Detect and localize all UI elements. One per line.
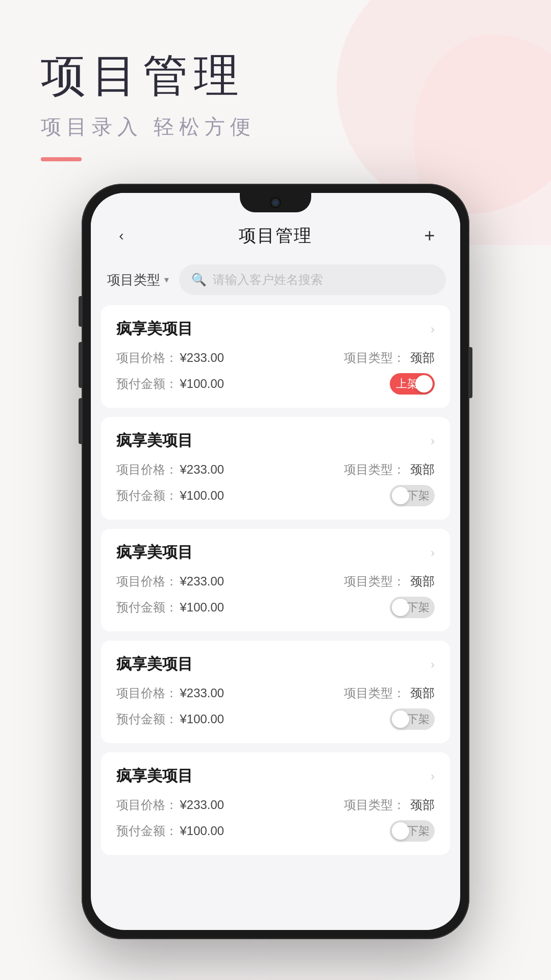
price-label: 项目价格： [116, 798, 178, 812]
toggle-wrap: 下架 [390, 820, 435, 842]
deposit-value: ¥100.00 [180, 712, 224, 726]
deposit-row: 预付金额： ¥100.00 下架 [116, 820, 435, 842]
deposit-info: 预付金额： ¥100.00 [116, 487, 224, 504]
price-value: ¥233.00 [180, 798, 224, 812]
search-icon: 🔍 [191, 273, 207, 287]
toggle-wrap: 上架 [390, 373, 435, 395]
type-label: 项目类型： [344, 797, 405, 813]
type-info: 项目类型： 颈部 [344, 685, 435, 701]
type-label: 项目类型： [344, 350, 405, 366]
card-header: 疯享美项目 › [116, 318, 435, 339]
phone-outer: ‹ 项目管理 + 项目类型 ▾ 🔍 请输入客户姓名搜索 [82, 184, 469, 939]
main-title: 项目管理 [41, 51, 256, 101]
card-detail-arrow-icon[interactable]: › [431, 769, 435, 783]
project-list: 疯享美项目 › 项目价格： ¥233.00 项目类型： 颈部 预付金额： ¥10… [91, 305, 460, 930]
type-value: 颈部 [410, 573, 435, 590]
card-header: 疯享美项目 › [116, 542, 435, 563]
type-info: 项目类型： 颈部 [344, 797, 435, 813]
toggle-knob [392, 487, 409, 504]
toggle-label: 下架 [407, 488, 430, 503]
search-input-wrap[interactable]: 🔍 请输入客户姓名搜索 [179, 264, 446, 295]
card-detail-arrow-icon[interactable]: › [431, 322, 435, 336]
deposit-row: 预付金额： ¥100.00 下架 [116, 485, 435, 506]
card-details: 项目价格： ¥233.00 项目类型： 颈部 预付金额： ¥100.00 下架 [116, 461, 435, 506]
power-button [469, 347, 472, 398]
status-toggle[interactable]: 上架 [390, 373, 435, 395]
volume-down-button [79, 398, 82, 444]
sub-title: 项目录入 轻松方便 [41, 113, 256, 141]
filter-label: 项目类型 [107, 271, 160, 289]
card-detail-arrow-icon[interactable]: › [431, 434, 435, 448]
deposit-label: 预付金额： [116, 488, 178, 502]
deposit-info: 预付金额： ¥100.00 [116, 823, 224, 839]
project-card: 疯享美项目 › 项目价格： ¥233.00 项目类型： 颈部 预付金额： ¥10… [101, 529, 450, 631]
add-icon: + [424, 225, 435, 247]
phone-mockup: ‹ 项目管理 + 项目类型 ▾ 🔍 请输入客户姓名搜索 [82, 184, 469, 939]
bg-circle1 [337, 0, 551, 214]
volume-up-button [79, 342, 82, 388]
deposit-label: 预付金额： [116, 377, 178, 390]
price-label: 项目价格： [116, 462, 178, 476]
project-card: 疯享美项目 › 项目价格： ¥233.00 项目类型： 颈部 预付金额： ¥10… [101, 752, 450, 855]
price-label: 项目价格： [116, 574, 178, 588]
status-toggle[interactable]: 下架 [390, 708, 435, 730]
deposit-row: 预付金额： ¥100.00 上架 [116, 373, 435, 395]
type-label: 项目类型： [344, 685, 405, 701]
back-icon: ‹ [119, 228, 123, 244]
card-details: 项目价格： ¥233.00 项目类型： 颈部 预付金额： ¥100.00 上架 [116, 350, 435, 395]
card-detail-arrow-icon[interactable]: › [431, 657, 435, 672]
price-info: 项目价格： ¥233.00 [116, 350, 224, 366]
type-value: 颈部 [410, 685, 435, 701]
search-placeholder: 请输入客户姓名搜索 [213, 272, 323, 288]
deposit-value: ¥100.00 [180, 488, 224, 502]
toggle-label: 下架 [407, 600, 430, 615]
back-button[interactable]: ‹ [109, 224, 134, 248]
card-detail-arrow-icon[interactable]: › [431, 546, 435, 560]
card-details: 项目价格： ¥233.00 项目类型： 颈部 预付金额： ¥100.00 下架 [116, 573, 435, 618]
price-row: 项目价格： ¥233.00 项目类型： 颈部 [116, 685, 435, 701]
filter-arrow-icon: ▾ [164, 274, 169, 285]
deposit-label: 预付金额： [116, 824, 178, 838]
card-header: 疯享美项目 › [116, 430, 435, 451]
card-title: 疯享美项目 [116, 542, 193, 563]
toggle-wrap: 下架 [390, 485, 435, 506]
project-card: 疯享美项目 › 项目价格： ¥233.00 项目类型： 颈部 预付金额： ¥10… [101, 305, 450, 408]
card-header: 疯享美项目 › [116, 654, 435, 675]
type-value: 颈部 [410, 461, 435, 478]
type-value: 颈部 [410, 350, 435, 366]
card-title: 疯享美项目 [116, 318, 193, 339]
deposit-value: ¥100.00 [180, 600, 224, 614]
status-toggle[interactable]: 下架 [390, 597, 435, 618]
price-value: ¥233.00 [180, 351, 224, 364]
title-underline [41, 157, 82, 161]
deposit-label: 预付金额： [116, 600, 178, 614]
app-content: ‹ 项目管理 + 项目类型 ▾ 🔍 请输入客户姓名搜索 [91, 193, 460, 930]
card-title: 疯享美项目 [116, 654, 193, 675]
front-camera [270, 197, 281, 208]
price-row: 项目价格： ¥233.00 项目类型： 颈部 [116, 461, 435, 478]
header-section: 项目管理 项目录入 轻松方便 [41, 51, 256, 161]
price-row: 项目价格： ¥233.00 项目类型： 颈部 [116, 797, 435, 813]
phone-screen: ‹ 项目管理 + 项目类型 ▾ 🔍 请输入客户姓名搜索 [91, 193, 460, 930]
price-row: 项目价格： ¥233.00 项目类型： 颈部 [116, 573, 435, 590]
price-label: 项目价格： [116, 686, 178, 700]
project-card: 疯享美项目 › 项目价格： ¥233.00 项目类型： 颈部 预付金额： ¥10… [101, 641, 450, 743]
deposit-label: 预付金额： [116, 712, 178, 726]
type-info: 项目类型： 颈部 [344, 461, 435, 478]
app-title: 项目管理 [239, 224, 312, 248]
toggle-wrap: 下架 [390, 708, 435, 730]
price-value: ¥233.00 [180, 686, 224, 700]
deposit-info: 预付金额： ¥100.00 [116, 376, 224, 392]
type-label: 项目类型： [344, 573, 405, 590]
add-button[interactable]: + [417, 224, 442, 248]
price-label: 项目价格： [116, 351, 178, 364]
price-value: ¥233.00 [180, 462, 224, 476]
deposit-info: 预付金额： ¥100.00 [116, 711, 224, 727]
filter-button[interactable]: 项目类型 ▾ [105, 266, 171, 294]
deposit-row: 预付金额： ¥100.00 下架 [116, 597, 435, 618]
toggle-label: 下架 [407, 712, 430, 727]
card-header: 疯享美项目 › [116, 766, 435, 787]
status-toggle[interactable]: 下架 [390, 820, 435, 842]
search-bar: 项目类型 ▾ 🔍 请输入客户姓名搜索 [91, 258, 460, 305]
status-toggle[interactable]: 下架 [390, 485, 435, 506]
